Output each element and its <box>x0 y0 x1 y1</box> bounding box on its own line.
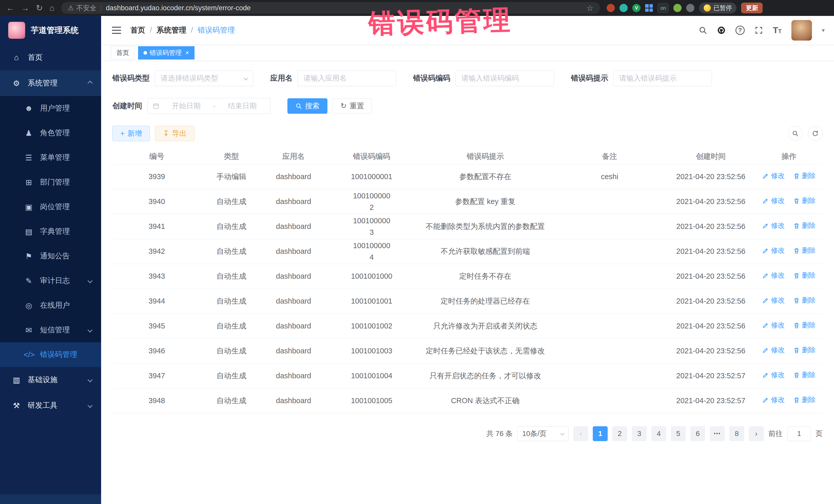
profile-paused-pill[interactable]: 已暂停 <box>699 3 737 13</box>
reset-button[interactable]: ↻ 重置 <box>333 98 372 114</box>
top-navbar: 首页 / 系统管理 / 错误码管理 ? TT ▾ <box>101 16 834 45</box>
delete-link[interactable]: 删除 <box>793 270 816 281</box>
sidebar-group-infra[interactable]: ▥ 基础设施 <box>0 367 101 393</box>
edit-link[interactable]: 修改 <box>762 295 785 306</box>
trash-icon <box>793 322 800 329</box>
edit-link[interactable]: 修改 <box>762 395 785 406</box>
extension-icon[interactable] <box>619 4 628 12</box>
page-button-4[interactable]: 4 <box>651 426 666 441</box>
sidebar-item-online-users[interactable]: ◎ 在线用户 <box>0 293 101 318</box>
chevron-down-icon <box>88 327 93 333</box>
delete-link[interactable]: 删除 <box>793 395 816 406</box>
sidebar-item-dict-mgmt[interactable]: ▤ 字典管理 <box>0 219 101 244</box>
avatar-caret-icon[interactable]: ▾ <box>822 27 825 34</box>
toggle-search-button[interactable] <box>788 126 803 141</box>
delete-link[interactable]: 删除 <box>793 220 816 231</box>
date-range-picker[interactable]: 开始日期 - 结束日期 <box>147 98 270 114</box>
chevron-up-icon <box>88 81 93 86</box>
delete-link[interactable]: 删除 <box>793 171 816 181</box>
url-text[interactable]: dashboard.yudao.iocoder.cn/system/error-… <box>106 4 582 12</box>
sidebar-item-notice[interactable]: ⚑ 通知公告 <box>0 244 101 268</box>
sidebar-item-error-code-mgmt[interactable]: </> 错误码管理 <box>0 342 101 367</box>
page-button-1[interactable]: 1 <box>593 426 608 441</box>
more-pages-button[interactable]: ••• <box>710 426 725 441</box>
edit-link[interactable]: 修改 <box>762 220 785 231</box>
search-button[interactable]: 搜索 <box>287 98 327 114</box>
sidebar-item-audit-log[interactable]: ✎ 审计日志 <box>0 268 101 293</box>
address-bar[interactable]: ⚠ 不安全 dashboard.yudao.iocoder.cn/system/… <box>61 2 600 14</box>
browser-reload-icon[interactable]: ↻ <box>36 4 43 12</box>
refresh-table-button[interactable] <box>808 126 823 141</box>
browser-chrome: ← → ↻ ⌂ ⚠ 不安全 dashboard.yudao.iocoder.cn… <box>0 0 834 16</box>
hamburger-icon[interactable] <box>110 25 123 36</box>
filter-label-hint: 错误码提示 <box>571 73 608 83</box>
delete-link[interactable]: 删除 <box>793 320 816 331</box>
cell-code: 1001001003 <box>325 338 418 364</box>
extension-grid-icon[interactable] <box>645 4 653 12</box>
fullscreen-icon[interactable] <box>754 26 763 35</box>
sidebar-collapse-bar[interactable] <box>0 494 101 504</box>
browser-home-icon[interactable]: ⌂ <box>49 4 54 12</box>
sidebar-item-role-mgmt[interactable]: ♟ 角色管理 <box>0 120 101 145</box>
breadcrumb-system[interactable]: 系统管理 <box>156 25 186 36</box>
sidebar-item-dept-mgmt[interactable]: ⊞ 部门管理 <box>0 170 101 195</box>
sidebar-item-menu-mgmt[interactable]: ☰ 菜单管理 <box>0 145 101 170</box>
page-button-8[interactable]: 8 <box>729 426 744 441</box>
github-icon[interactable] <box>717 26 726 35</box>
help-icon[interactable]: ? <box>736 26 745 35</box>
tab-error-code[interactable]: 错误码管理 × <box>138 46 195 60</box>
edit-icon <box>762 247 769 254</box>
cell-hint: 定时任务的处理器已经存在 <box>418 289 553 313</box>
page-button-5[interactable]: 5 <box>671 426 686 441</box>
font-size-icon[interactable]: TT <box>773 25 782 35</box>
sidebar-item-sms-mgmt[interactable]: ✉ 短信管理 <box>0 318 101 342</box>
browser-forward-icon[interactable]: → <box>21 4 29 12</box>
goto-page-input[interactable] <box>787 426 811 441</box>
error-type-select[interactable]: 请选择错误码类型 <box>155 70 253 86</box>
extension-icon[interactable] <box>673 4 682 12</box>
tab-home[interactable]: 首页 <box>111 46 134 60</box>
user-avatar[interactable] <box>791 20 812 41</box>
close-icon[interactable]: × <box>185 49 189 57</box>
app-name-input[interactable] <box>298 70 396 86</box>
page-button-6[interactable]: 6 <box>690 426 705 441</box>
sidebar-group-system[interactable]: ⚙ 系统管理 <box>0 70 101 96</box>
add-button-label: 新增 <box>128 129 142 138</box>
delete-link[interactable]: 删除 <box>793 295 816 306</box>
delete-link[interactable]: 删除 <box>793 196 816 206</box>
breadcrumb-home[interactable]: 首页 <box>130 25 145 36</box>
sidebar-item-home[interactable]: ⌂ 首页 <box>0 45 101 70</box>
extension-icon[interactable] <box>607 4 615 12</box>
page-size-select[interactable]: 10条/页 <box>517 426 569 441</box>
edit-link[interactable]: 修改 <box>762 171 785 181</box>
bookmark-star-icon[interactable]: ☆ <box>586 4 593 13</box>
edit-link[interactable]: 修改 <box>762 320 785 331</box>
sidebar-item-post-mgmt[interactable]: ▣ 岗位管理 <box>0 195 101 219</box>
browser-back-icon[interactable]: ← <box>6 4 14 12</box>
export-button[interactable]: ↧ 导出 <box>155 126 194 141</box>
sidebar-group-tools[interactable]: ⚒ 研发工具 <box>0 393 101 418</box>
extension-icon[interactable]: V <box>632 4 640 12</box>
next-page-button[interactable]: › <box>749 426 764 441</box>
puzzle-extension-icon[interactable] <box>686 4 695 12</box>
delete-link[interactable]: 删除 <box>793 245 816 256</box>
error-hint-input[interactable] <box>613 70 712 86</box>
search-icon[interactable] <box>699 26 707 35</box>
extension-on-badge[interactable]: on <box>657 3 669 13</box>
app-logo[interactable]: 芋道管理系统 <box>0 16 101 45</box>
delete-link[interactable]: 删除 <box>793 370 816 380</box>
sidebar-item-user-mgmt[interactable]: ☻ 用户管理 <box>0 96 101 120</box>
error-code-input[interactable] <box>456 70 554 86</box>
add-button[interactable]: + 新增 <box>112 126 150 141</box>
edit-link[interactable]: 修改 <box>762 270 785 281</box>
security-chip[interactable]: ⚠ 不安全 <box>68 4 96 13</box>
edit-link[interactable]: 修改 <box>762 345 785 356</box>
browser-update-button[interactable]: 更新 <box>741 3 763 13</box>
edit-link[interactable]: 修改 <box>762 370 785 380</box>
page-button-2[interactable]: 2 <box>612 426 627 441</box>
page-button-3[interactable]: 3 <box>632 426 647 441</box>
delete-link[interactable]: 删除 <box>793 345 816 356</box>
edit-link[interactable]: 修改 <box>762 196 785 206</box>
edit-link[interactable]: 修改 <box>762 245 785 256</box>
prev-page-button[interactable]: ‹ <box>573 426 588 441</box>
